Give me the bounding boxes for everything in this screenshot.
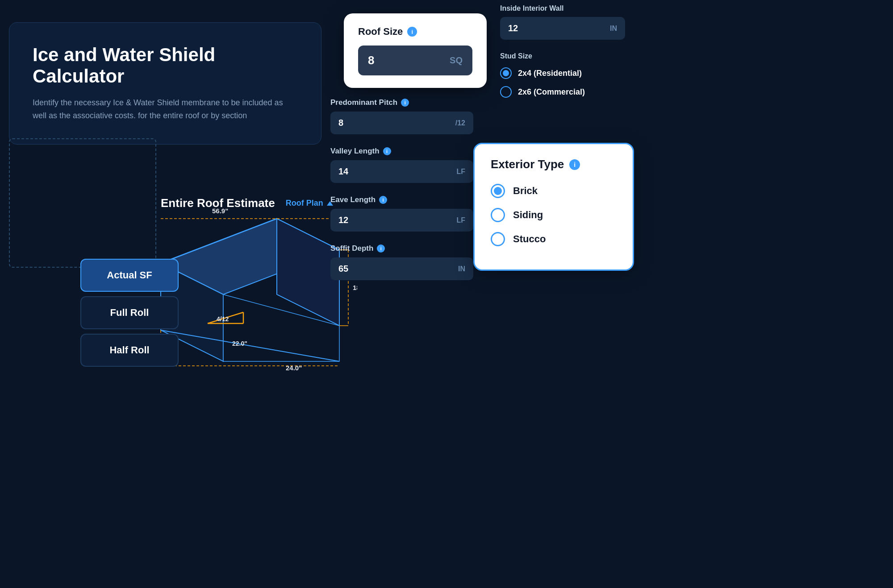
stud-size-residential-radio[interactable] — [500, 67, 512, 79]
info-title: Ice and Water Shield Calculator — [33, 44, 298, 87]
exterior-stucco-option[interactable]: Stucco — [491, 232, 617, 246]
exterior-type-title: Exterior Type — [491, 157, 564, 171]
predominant-pitch-group: Predominant Pitch i 8 /12 — [330, 98, 473, 134]
valley-length-label: Valley Length — [330, 147, 380, 156]
exterior-type-title-row: Exterior Type i — [491, 157, 617, 171]
stud-size-residential-label: 2x4 (Residential) — [518, 69, 582, 78]
roof-size-input[interactable]: 8 SQ — [358, 46, 472, 75]
valley-length-input[interactable]: 14 LF — [330, 160, 473, 183]
roof-size-info-icon[interactable]: i — [407, 27, 417, 37]
svg-text:4/12: 4/12 — [217, 315, 229, 323]
info-description: Identify the necessary Ice & Water Shiel… — [33, 96, 298, 123]
calculation-fields: Predominant Pitch i 8 /12 Valley Length … — [330, 98, 473, 280]
roof-size-value: 8 — [368, 54, 374, 67]
valley-length-info-icon[interactable]: i — [383, 147, 391, 155]
roof-size-title: Roof Size — [358, 26, 403, 37]
exterior-stucco-label: Stucco — [513, 233, 546, 245]
stud-size-residential-option[interactable]: 2x4 (Residential) — [500, 67, 625, 79]
info-card: Ice and Water Shield Calculator Identify… — [9, 22, 321, 145]
exterior-type-card: Exterior Type i Brick Siding Stucco — [473, 143, 634, 271]
valley-length-value: 14 — [338, 166, 348, 177]
exterior-brick-radio[interactable] — [491, 184, 505, 198]
actual-sf-button[interactable]: Actual SF — [80, 259, 179, 292]
predominant-pitch-info-icon[interactable]: i — [401, 99, 409, 107]
valley-length-label-row: Valley Length i — [330, 147, 473, 156]
eave-length-value: 12 — [338, 215, 348, 225]
interior-wall-input[interactable]: 12 IN — [500, 17, 625, 40]
roof-size-unit: SQ — [450, 55, 463, 66]
svg-text:56.9": 56.9" — [212, 207, 228, 215]
exterior-siding-radio[interactable] — [491, 208, 505, 222]
svg-marker-1 — [277, 219, 339, 326]
soffit-depth-label: Soffit Depth — [330, 244, 373, 253]
exterior-brick-label: Brick — [513, 185, 538, 197]
soffit-depth-input[interactable]: 65 IN — [330, 257, 473, 280]
svg-text:22.0": 22.0" — [232, 340, 247, 347]
exterior-siding-label: Siding — [513, 209, 543, 221]
eave-length-input[interactable]: 12 LF — [330, 209, 473, 232]
predominant-pitch-input[interactable]: 8 /12 — [330, 112, 473, 134]
predominant-pitch-value: 8 — [338, 118, 343, 128]
interior-wall-unit: IN — [610, 25, 617, 33]
exterior-brick-option[interactable]: Brick — [491, 184, 617, 198]
soffit-depth-value: 65 — [338, 264, 348, 274]
roof-size-title-row: Roof Size i — [358, 26, 472, 37]
interior-wall-label: Inside Interior Wall — [500, 4, 625, 12]
exterior-siding-option[interactable]: Siding — [491, 208, 617, 222]
predominant-pitch-label-row: Predominant Pitch i — [330, 98, 473, 107]
soffit-depth-unit: IN — [458, 265, 465, 273]
valley-length-unit: LF — [456, 168, 465, 176]
stud-size-commercial-label: 2x6 (Commercial) — [518, 87, 585, 97]
exterior-stucco-radio[interactable] — [491, 232, 505, 246]
eave-length-label-row: Eave Length i — [330, 195, 473, 204]
eave-length-label: Eave Length — [330, 195, 376, 204]
roof-size-card: Roof Size i 8 SQ — [344, 13, 487, 88]
full-roll-button[interactable]: Full Roll — [80, 296, 179, 329]
stud-size-title: Stud Size — [500, 52, 625, 60]
soffit-depth-group: Soffit Depth i 65 IN — [330, 244, 473, 280]
eave-length-unit: LF — [456, 216, 465, 224]
eave-length-info-icon[interactable]: i — [379, 196, 387, 204]
exterior-brick-radio-fill — [494, 187, 502, 195]
right-panel: Inside Interior Wall 12 IN Stud Size 2x4… — [500, 4, 625, 105]
stud-size-commercial-radio[interactable] — [500, 86, 512, 98]
valley-length-group: Valley Length i 14 LF — [330, 147, 473, 183]
interior-wall-value: 12 — [508, 23, 518, 33]
half-roll-button[interactable]: Half Roll — [80, 334, 179, 367]
svg-text:18.0": 18.0" — [353, 284, 357, 291]
calculation-buttons: Actual SF Full Roll Half Roll — [80, 259, 179, 367]
predominant-pitch-unit: /12 — [455, 119, 465, 127]
exterior-type-info-icon[interactable]: i — [569, 159, 580, 170]
stud-size-section: Stud Size 2x4 (Residential) 2x6 (Commerc… — [500, 52, 625, 98]
soffit-depth-info-icon[interactable]: i — [377, 244, 385, 253]
svg-text:24.0": 24.0" — [286, 364, 302, 370]
soffit-depth-label-row: Soffit Depth i — [330, 244, 473, 253]
stud-size-commercial-option[interactable]: 2x6 (Commercial) — [500, 86, 625, 98]
stud-size-residential-radio-fill — [503, 70, 509, 76]
predominant-pitch-label: Predominant Pitch — [330, 98, 397, 107]
eave-length-group: Eave Length i 12 LF — [330, 195, 473, 232]
